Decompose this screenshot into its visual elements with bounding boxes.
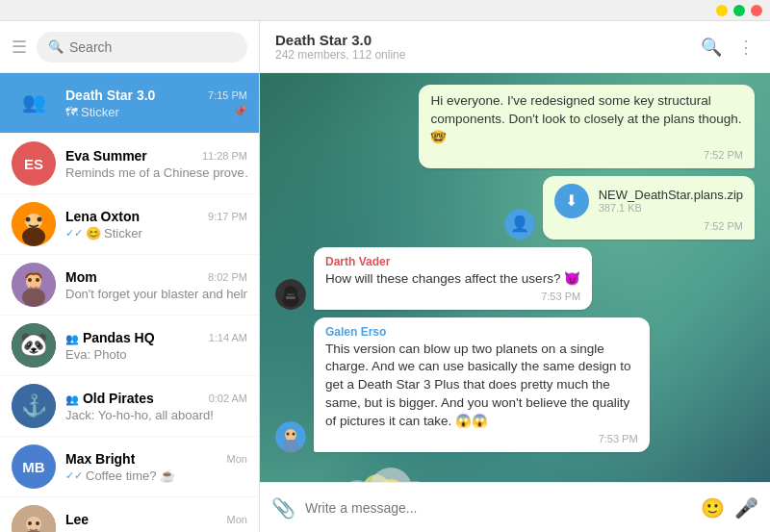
menu-icon[interactable]: ☰ (12, 37, 27, 58)
chat-time: 11:28 PM (202, 150, 247, 162)
svg-point-51 (370, 468, 412, 482)
message-avatar: 👤 (504, 209, 535, 240)
svg-point-9 (22, 288, 45, 307)
download-icon[interactable]: ⬇ (554, 184, 589, 218)
avatar: ⚓ (12, 384, 56, 428)
search-chat-icon[interactable]: 🔍 (701, 37, 722, 58)
chat-time: 8:02 PM (208, 271, 247, 283)
avatar: MB (12, 444, 56, 489)
chat-item-mom[interactable]: Mom 8:02 PM Don't forget your blaster an… (0, 255, 259, 316)
messages-area: Hi everyone. I've redesigned some key st… (260, 73, 770, 482)
chat-list: 👥 Death Star 3.0 7:15 PM 🗺 Sticker 📌 (0, 73, 259, 532)
message-input[interactable] (305, 500, 691, 516)
chat-preview: ✓✓ 😊 Sticker (65, 226, 247, 241)
maximize-button[interactable] (733, 5, 745, 16)
avatar (12, 505, 56, 532)
chat-info: Death Star 3.0 7:15 PM 🗺 Sticker 📌 (65, 88, 247, 119)
message-row: Darth Vader How will these changes affec… (275, 247, 755, 310)
app-body: ☰ 🔍 👥 Death Star 3.0 7:15 PM 🗺 (0, 21, 770, 532)
message-input-area: 📎 🙂 🎤 (260, 482, 770, 532)
message-row: Galen Erso This version can blow up two … (275, 317, 755, 452)
svg-point-11 (36, 278, 39, 282)
chat-preview: We can call it Galaxy Star 7 ;) (65, 529, 247, 533)
chat-time: 9:17 PM (208, 211, 247, 222)
message-row: ⬇ NEW_DeathStar.plans.zip 387.1 KB 7:52 … (275, 176, 755, 240)
chat-item-lee[interactable]: Lee Mon We can call it Galaxy Star 7 ;) (0, 497, 259, 532)
avatar (12, 202, 56, 246)
search-icon: 🔍 (48, 39, 64, 54)
chat-area: Death Star 3.0 242 members, 112 online 🔍… (260, 21, 770, 532)
chat-preview: 🗺 Sticker 📌 (65, 105, 247, 119)
chat-preview: Eva: Photo (65, 347, 247, 362)
chat-info: Eva Summer 11:28 PM Reminds me of a Chin… (65, 148, 247, 180)
check-icon: ✓✓ (65, 227, 83, 240)
sticker-message (314, 460, 468, 482)
message-bubble: Hi everyone. I've redesigned some key st… (419, 85, 755, 168)
chat-preview: Reminds me of a Chinese prove… 2 (65, 165, 247, 180)
message-bubble: Darth Vader How will these changes affec… (314, 247, 592, 310)
file-name: NEW_DeathStar.plans.zip (599, 188, 743, 202)
svg-point-20 (36, 521, 39, 525)
svg-rect-32 (287, 293, 295, 295)
chat-time: 0:02 AM (209, 393, 247, 404)
file-info: NEW_DeathStar.plans.zip 387.1 KB (599, 188, 743, 214)
close-button[interactable] (751, 5, 762, 16)
chat-item-eva-summer[interactable]: ES Eva Summer 11:28 PM Reminds me of a C… (0, 134, 259, 194)
chat-item-death-star[interactable]: 👥 Death Star 3.0 7:15 PM 🗺 Sticker 📌 (0, 73, 259, 134)
chat-preview: Jack: Yo-ho-ho, all aboard! (65, 408, 247, 422)
message-bubble: ⬇ NEW_DeathStar.plans.zip 387.1 KB 7:52 … (543, 176, 755, 240)
message-bubble: Galen Erso This version can blow up two … (314, 317, 650, 452)
avatar: 👥 (12, 81, 56, 125)
chat-item-max-bright[interactable]: MB Max Bright Mon ✓✓ Coffee time? ☕ (0, 437, 259, 497)
avatar: 🐼 (12, 323, 56, 367)
chat-time: Mon (227, 514, 247, 525)
svg-point-6 (38, 217, 42, 222)
message-row (275, 460, 755, 482)
chat-header-name: Death Star 3.0 (275, 32, 405, 48)
emoji-icon[interactable]: 🙂 (701, 496, 725, 519)
chat-item-old-pirates[interactable]: ⚓ 👥 Old Pirates 0:02 AM Jack: Yo-ho-ho, … (0, 376, 259, 437)
message-time: 7:52 PM (554, 220, 743, 232)
svg-text:🐼: 🐼 (19, 330, 48, 358)
message-row: Hi everyone. I've redesigned some key st… (275, 85, 755, 168)
chat-item-pandas-hq[interactable]: 🐼 👥 Pandas HQ 1:14 AM Eva: Photo (0, 316, 259, 376)
svg-point-34 (285, 429, 296, 441)
chat-header-subtitle: 242 members, 112 online (275, 48, 405, 62)
chat-name: Lee (65, 512, 89, 527)
svg-text:👥: 👥 (22, 90, 46, 114)
minimize-button[interactable] (716, 5, 728, 16)
chat-preview: Don't forget your blaster and helmet (65, 287, 247, 301)
search-box[interactable]: 🔍 (37, 32, 247, 63)
svg-point-36 (287, 433, 290, 436)
chat-time: 1:14 AM (209, 332, 247, 343)
avatar: ES (12, 141, 56, 186)
message-time: 7:53 PM (325, 291, 580, 302)
titlebar (0, 0, 770, 21)
chat-header-icons: 🔍 ⋮ (701, 37, 755, 58)
chat-item-lena-oxton[interactable]: Lena Oxton 9:17 PM ✓✓ 😊 Sticker (0, 194, 259, 255)
svg-point-5 (26, 217, 31, 222)
message-text: How will these changes affect the users?… (325, 270, 580, 289)
message-time: 7:53 PM (325, 433, 638, 444)
svg-point-30 (282, 293, 299, 307)
chat-header: Death Star 3.0 242 members, 112 online 🔍… (260, 21, 770, 73)
search-input[interactable] (69, 39, 236, 55)
message-avatar (275, 279, 306, 310)
message-time: 7:52 PM (430, 149, 743, 161)
message-avatar (275, 421, 306, 452)
chat-name: 👥 Pandas HQ (65, 330, 155, 345)
svg-rect-31 (286, 296, 295, 299)
file-message: ⬇ NEW_DeathStar.plans.zip 387.1 KB (554, 184, 743, 218)
svg-point-10 (28, 278, 32, 282)
microphone-icon[interactable]: 🎤 (734, 496, 758, 519)
attach-icon[interactable]: 📎 (271, 496, 295, 519)
svg-text:👤: 👤 (510, 215, 529, 233)
chat-info: 👥 Pandas HQ 1:14 AM Eva: Photo (65, 330, 247, 362)
chat-info: 👥 Old Pirates 0:02 AM Jack: Yo-ho-ho, al… (65, 391, 247, 422)
chat-name: Lena Oxton (65, 209, 140, 224)
sidebar-header: ☰ 🔍 (0, 21, 259, 73)
pin-icon: 📌 (233, 105, 247, 118)
chat-info: Lena Oxton 9:17 PM ✓✓ 😊 Sticker (65, 209, 247, 241)
chat-info: Mom 8:02 PM Don't forget your blaster an… (65, 269, 247, 301)
more-options-icon[interactable]: ⋮ (737, 37, 755, 58)
